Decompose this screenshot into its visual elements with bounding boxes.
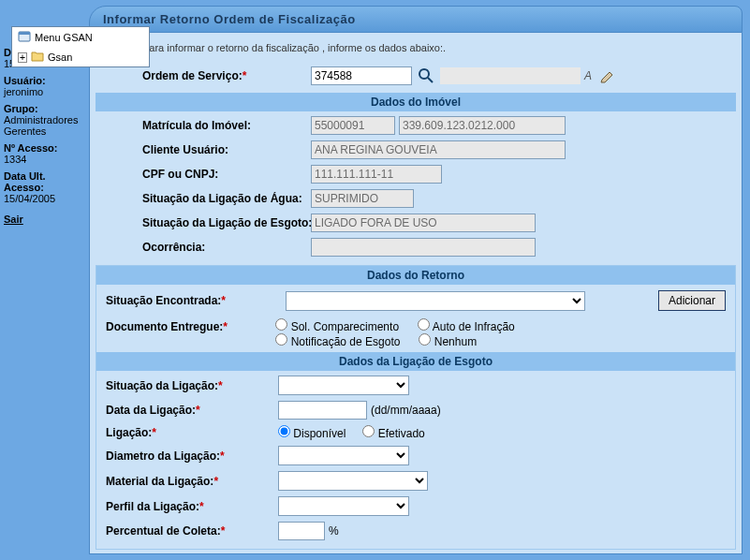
- doc-sol-comparecimento[interactable]: Sol. Comparecimento: [275, 318, 399, 333]
- percentual-coleta-input[interactable]: [278, 522, 325, 540]
- ocorrencia-value: [311, 238, 536, 257]
- esgoto-section-header: Dados da Ligação de Esgoto: [96, 352, 735, 371]
- expand-icon[interactable]: +: [18, 52, 27, 63]
- sit-agua-value: [311, 189, 414, 208]
- os-desc-suffix: A: [584, 69, 592, 82]
- svg-line-1: [428, 78, 433, 82]
- situacao-encontrada-label: Situação Encontrada:: [106, 294, 221, 307]
- documento-entregue-label: Documento Entregue:: [106, 320, 223, 333]
- menu-gsan[interactable]: + Gsan: [12, 48, 149, 66]
- data-ult-acesso-value: 15/04/2005: [4, 193, 85, 204]
- matricula-value: [311, 116, 395, 135]
- cliente-label: Cliente Usuário:: [96, 143, 311, 156]
- app-icon: [18, 30, 31, 45]
- sit-esgoto-value: [311, 214, 536, 232]
- folder-icon: [31, 51, 44, 64]
- ligacao-efetivado[interactable]: Efetivado: [362, 425, 424, 440]
- os-label: Ordem de Serviço:: [142, 69, 243, 82]
- perfil-select[interactable]: [278, 496, 409, 516]
- usuario-value: jeronimo: [4, 86, 85, 97]
- retorno-section-header: Dados do Retorno: [96, 266, 735, 285]
- eraser-icon[interactable]: [596, 66, 616, 86]
- diametro-select[interactable]: [278, 446, 409, 465]
- sit-ligacao-label: Situação da Ligação:: [106, 379, 218, 392]
- sit-esgoto-label: Situação da Ligação de Esgoto:: [96, 216, 311, 229]
- percentual-coleta-label: Percentual de Coleta:: [106, 524, 221, 538]
- svg-rect-4: [19, 32, 30, 35]
- data-ligacao-label: Data da Ligação:: [106, 404, 196, 417]
- n-acesso-label: Nº Acesso:: [4, 142, 85, 154]
- search-icon[interactable]: [416, 66, 436, 86]
- data-ult-acesso-label: Data Ult. Acesso:: [4, 170, 85, 193]
- ligacao-label: Ligação:: [106, 426, 152, 439]
- cpf-value: [311, 165, 442, 184]
- matricula-label: Matrícula do Imóvel:: [96, 119, 311, 132]
- percentual-suffix: %: [329, 524, 339, 538]
- page-title: Informar Retorno Ordem de Fiscalização: [89, 6, 743, 33]
- menu-root[interactable]: Menu GSAN: [12, 27, 149, 48]
- cliente-value: [311, 140, 566, 159]
- svg-point-0: [419, 69, 429, 79]
- inscricao-value: [399, 116, 566, 135]
- sair-link[interactable]: Sair: [4, 214, 23, 225]
- imovel-section-header: Dados do Imóvel: [96, 93, 736, 111]
- grupo-value: Administradores Gerentes: [4, 114, 85, 137]
- material-label: Material da Ligação:: [106, 475, 213, 488]
- grupo-label: Grupo:: [4, 103, 85, 114]
- adicionar-button[interactable]: Adicionar: [658, 290, 726, 311]
- svg-marker-2: [601, 72, 612, 82]
- doc-notificacao-esgoto[interactable]: Notificação de Esgoto: [275, 333, 400, 348]
- ligacao-disponivel[interactable]: Disponível: [278, 425, 346, 440]
- os-desc: [440, 67, 581, 84]
- sit-agua-label: Situação da Ligação de Água:: [96, 192, 311, 205]
- data-ligacao-hint: (dd/mm/aaaa): [371, 404, 441, 417]
- ocorrencia-label: Ocorrência:: [96, 241, 311, 254]
- sit-ligacao-select[interactable]: [278, 376, 409, 395]
- os-input[interactable]: [311, 66, 412, 85]
- diametro-label: Diametro da Ligação:: [106, 449, 220, 463]
- usuario-label: Usuário:: [4, 75, 85, 86]
- doc-auto-infracao[interactable]: Auto de Infração: [418, 318, 515, 333]
- n-acesso-value: 1334: [4, 154, 85, 165]
- intro-text: Para informar o retorno da fiscalização …: [96, 38, 736, 63]
- data-ligacao-input[interactable]: [278, 401, 367, 420]
- perfil-label: Perfil da Ligação:: [106, 500, 199, 513]
- cpf-label: CPF ou CNPJ:: [96, 168, 311, 181]
- menu-overlay: Menu GSAN + Gsan: [11, 26, 150, 67]
- situacao-encontrada-select[interactable]: [286, 291, 585, 311]
- sidebar: Data Atual: 15/04/2005 Usuário: jeronimo…: [0, 0, 89, 560]
- doc-nenhum[interactable]: Nenhum: [419, 333, 477, 348]
- material-select[interactable]: [278, 471, 428, 491]
